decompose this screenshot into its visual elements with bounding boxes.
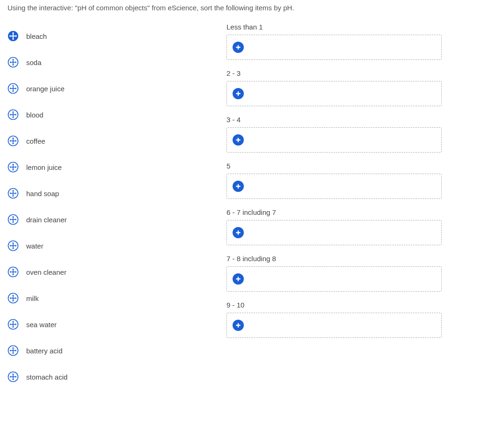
svg-rect-107 <box>236 232 240 233</box>
category-block: 6 - 7 including 7 <box>226 208 442 245</box>
item-label: stomach acid <box>26 373 67 381</box>
move-icon[interactable] <box>7 109 19 120</box>
category-label: 7 - 8 including 8 <box>226 255 442 263</box>
item-label: battery acid <box>26 347 63 355</box>
move-icon[interactable] <box>7 240 19 251</box>
svg-rect-99 <box>236 47 240 48</box>
svg-rect-76 <box>11 298 16 299</box>
add-button[interactable] <box>233 320 244 331</box>
svg-rect-109 <box>236 278 240 279</box>
item-label: bleach <box>26 32 47 40</box>
item-label: coffee <box>26 137 45 145</box>
draggable-item[interactable]: hand soap <box>7 180 204 206</box>
drop-zone[interactable] <box>226 266 442 292</box>
item-label: water <box>26 242 44 250</box>
category-block: 7 - 8 including 8 <box>226 255 442 292</box>
add-button[interactable] <box>233 227 244 238</box>
move-icon[interactable] <box>7 57 19 68</box>
drop-zone[interactable] <box>226 81 442 106</box>
svg-rect-69 <box>11 271 16 272</box>
drop-zone[interactable] <box>226 127 442 153</box>
question-prompt: Using the interactive: "pH of common obj… <box>7 4 497 12</box>
item-label: orange juice <box>26 85 65 93</box>
category-block: Less than 1 <box>226 23 442 60</box>
draggable-item[interactable]: water <box>7 233 204 259</box>
item-label: soda <box>26 59 42 66</box>
draggable-item[interactable]: lemon juice <box>7 154 204 180</box>
move-icon[interactable] <box>7 319 19 330</box>
svg-rect-13 <box>11 62 16 63</box>
move-icon[interactable] <box>7 214 19 225</box>
draggable-item[interactable]: oven cleaner <box>7 259 204 285</box>
draggable-item[interactable]: bleach <box>7 23 204 49</box>
item-label: milk <box>26 294 39 302</box>
move-icon[interactable] <box>7 188 19 199</box>
categories-column: Less than 1 2 - 3 3 - 4 5 6 - 7 includin… <box>226 23 442 390</box>
move-icon[interactable] <box>7 371 19 382</box>
add-button[interactable] <box>233 134 244 146</box>
svg-rect-97 <box>11 376 16 377</box>
category-label: 9 - 10 <box>226 301 442 309</box>
move-icon[interactable] <box>7 83 19 94</box>
item-label: hand soap <box>26 190 59 198</box>
move-icon[interactable] <box>7 266 19 278</box>
move-icon[interactable] <box>7 293 19 304</box>
category-label: Less than 1 <box>226 23 442 31</box>
category-label: 6 - 7 including 7 <box>226 208 442 216</box>
svg-rect-20 <box>11 88 16 89</box>
draggable-item[interactable]: soda <box>7 49 204 75</box>
add-button[interactable] <box>233 181 244 192</box>
category-block: 5 <box>226 162 442 199</box>
category-block: 3 - 4 <box>226 116 442 153</box>
draggable-item[interactable]: orange juice <box>7 75 204 102</box>
move-icon[interactable] <box>7 161 19 173</box>
draggable-item[interactable]: coffee <box>7 128 204 154</box>
svg-rect-101 <box>236 93 240 94</box>
draggable-item[interactable]: sea water <box>7 311 204 337</box>
svg-rect-90 <box>11 350 16 351</box>
draggable-item[interactable]: stomach acid <box>7 364 204 390</box>
draggable-item[interactable]: drain cleaner <box>7 206 204 233</box>
add-button[interactable] <box>233 42 244 53</box>
drop-zone[interactable] <box>226 313 442 338</box>
svg-rect-34 <box>11 140 16 141</box>
svg-rect-111 <box>236 325 240 326</box>
category-block: 9 - 10 <box>226 301 442 338</box>
item-label: blood <box>26 111 44 119</box>
svg-rect-55 <box>11 219 16 220</box>
svg-rect-62 <box>11 245 16 246</box>
draggable-item[interactable]: battery acid <box>7 337 204 364</box>
add-button[interactable] <box>233 273 244 285</box>
move-icon[interactable] <box>7 135 19 146</box>
drop-zone[interactable] <box>226 220 442 245</box>
category-label: 3 - 4 <box>226 116 442 124</box>
svg-rect-6 <box>10 36 16 37</box>
draggable-item[interactable]: blood <box>7 102 204 128</box>
move-icon[interactable] <box>7 30 19 42</box>
svg-rect-27 <box>11 114 16 115</box>
category-block: 2 - 3 <box>226 69 442 106</box>
svg-rect-48 <box>11 193 16 194</box>
item-label: lemon juice <box>26 163 62 171</box>
item-label: oven cleaner <box>26 268 66 276</box>
move-icon[interactable] <box>7 345 19 356</box>
svg-rect-41 <box>11 167 16 168</box>
item-label: drain cleaner <box>26 216 67 224</box>
svg-rect-103 <box>236 139 240 140</box>
item-label: sea water <box>26 321 57 329</box>
drop-zone[interactable] <box>226 35 442 60</box>
items-column: bleach soda orange juice <box>7 23 204 390</box>
category-label: 5 <box>226 162 442 170</box>
drop-zone[interactable] <box>226 174 442 199</box>
svg-rect-83 <box>11 324 16 325</box>
category-label: 2 - 3 <box>226 69 442 77</box>
draggable-item[interactable]: milk <box>7 285 204 311</box>
add-button[interactable] <box>233 88 244 99</box>
sort-layout: bleach soda orange juice <box>7 23 497 390</box>
svg-rect-105 <box>236 186 240 187</box>
